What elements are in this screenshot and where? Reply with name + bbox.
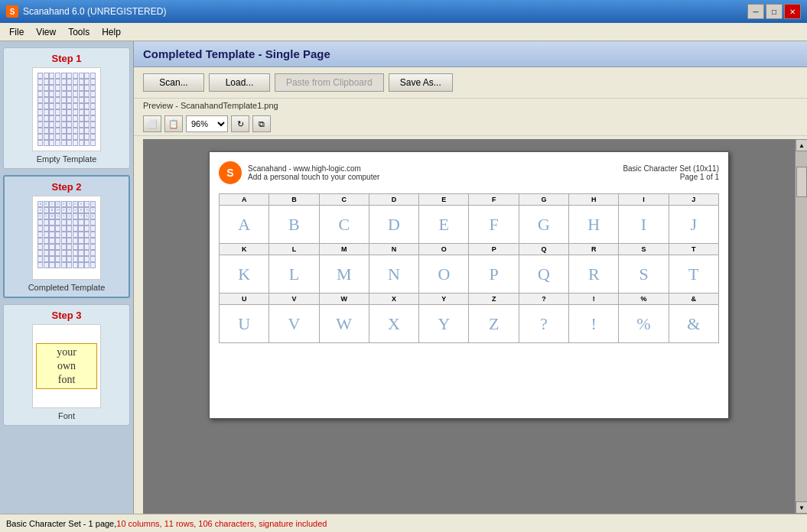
template-cell: [49, 122, 54, 128]
template-cell: [84, 115, 89, 122]
doc-header-right: Basic Character Set (10x11) Page 1 of 1: [623, 164, 719, 181]
template-cell2: O: [61, 207, 67, 213]
template-cell: [73, 128, 78, 134]
template-cell: [90, 97, 96, 103]
char-cell: !: [569, 305, 619, 343]
copy2-button[interactable]: ⧉: [252, 115, 271, 132]
col-header: F: [469, 194, 519, 206]
scroll-up-btn[interactable]: ▲: [796, 139, 807, 151]
template-cell2: V: [44, 213, 49, 219]
template-cell2: [78, 232, 83, 238]
col-header: P: [469, 244, 519, 255]
template-cell: [79, 140, 84, 146]
col-header: ?: [519, 294, 568, 305]
menu-help[interactable]: Help: [96, 25, 127, 39]
zoom-select[interactable]: 96% 50% 75% 100% 125% 150%: [186, 115, 228, 132]
step2-title: Step 2: [51, 181, 81, 193]
template-cell2: [37, 244, 43, 250]
col-header: D: [369, 194, 418, 206]
template-cell2: [55, 232, 60, 238]
template-cell2: I: [84, 201, 89, 207]
menu-file[interactable]: File: [3, 25, 30, 39]
scan-button[interactable]: Scan...: [143, 73, 204, 92]
close-button[interactable]: ✕: [784, 4, 801, 19]
template-cell: [37, 79, 43, 85]
template-cell: [67, 122, 72, 128]
template-cell: [84, 109, 89, 115]
template-cell2: [84, 262, 89, 268]
menu-tools[interactable]: Tools: [62, 25, 96, 39]
doc-header-line2: Add a personal touch to your computer: [248, 173, 379, 181]
template-cell: [61, 140, 67, 146]
paste-icon-btn[interactable]: 📋: [164, 115, 183, 132]
template-cell2: [44, 250, 49, 256]
content-area: Completed Template - Single Page Scan...…: [134, 41, 807, 514]
template-cell2: [78, 238, 83, 244]
preview-scrollbar[interactable]: ▲ ▼: [795, 139, 807, 514]
template-cell: [55, 91, 60, 97]
col-header: X: [369, 294, 418, 305]
step1-title: Step 1: [51, 53, 81, 64]
refresh-button[interactable]: ↻: [231, 115, 249, 132]
scroll-thumb[interactable]: [796, 167, 807, 197]
template-cell: [44, 140, 49, 146]
minimize-button[interactable]: ─: [747, 4, 764, 19]
template-cell: [44, 85, 49, 91]
col-header: T: [669, 244, 718, 255]
char-grid: ABCDEFGHIJABCDEFGHIJKLMNOPQRSTKLMNOPQRST…: [219, 193, 719, 343]
template-cell: [90, 91, 96, 97]
load-button[interactable]: Load...: [209, 73, 270, 92]
template-cell: [84, 134, 89, 140]
doc-header-right1: Basic Character Set (10x11): [623, 164, 719, 173]
char-cell: W: [319, 305, 369, 343]
template-cell2: [49, 250, 54, 256]
col-header: M: [319, 244, 369, 255]
step1-card[interactable]: Step 1 // Will generate cells via JS bel…: [3, 47, 130, 169]
char-cell: O: [419, 255, 469, 294]
template-cell: [37, 122, 43, 128]
col-header: H: [569, 194, 619, 206]
char-cell: Y: [419, 305, 469, 343]
template-cell: [90, 73, 96, 79]
template-cell2: [84, 256, 89, 262]
menu-view[interactable]: View: [30, 25, 62, 39]
template-cell: [44, 91, 49, 97]
template-cell: [44, 109, 49, 115]
template-cell: [84, 79, 89, 85]
saveas-button[interactable]: Save As...: [389, 73, 453, 92]
step2-card[interactable]: Step 2 ABCDEFGHIJKLMNOPQRSTUVWXYZ!?%& Co…: [3, 175, 130, 298]
paste-button[interactable]: Paste from Clipboard: [275, 73, 384, 92]
maximize-button[interactable]: □: [766, 4, 783, 19]
template-cell2: A: [37, 201, 43, 207]
scroll-down-btn[interactable]: ▼: [796, 501, 807, 514]
template-cell2: ?: [78, 213, 83, 219]
template-cell: [79, 91, 84, 97]
template-cell2: [55, 250, 60, 256]
template-cell2: [37, 250, 43, 256]
template-cell2: !: [73, 213, 78, 219]
template-cell2: [55, 262, 60, 268]
char-cell: A: [220, 206, 269, 244]
step3-label: Font: [58, 411, 75, 420]
doc-logo: S: [219, 161, 242, 184]
char-cell: H: [569, 206, 619, 244]
template-cell2: [73, 250, 78, 256]
copy-icon-btn[interactable]: ⬜: [143, 115, 161, 132]
template-cell: [49, 91, 54, 97]
template-cell: [84, 91, 89, 97]
template-cell2: K: [37, 207, 43, 213]
char-cell: Z: [469, 305, 519, 343]
col-header: S: [619, 244, 669, 255]
template-cell: [61, 103, 67, 109]
template-cell2: X: [55, 213, 60, 219]
step3-card[interactable]: Step 3 your own font Font: [3, 304, 130, 426]
doc-page: S Scanahand - www.high-logic.com Add a p…: [209, 151, 729, 419]
template-cell: [67, 73, 72, 79]
main-container: Step 1 // Will generate cells via JS bel…: [0, 41, 807, 514]
app-title: Scanahand 6.0 (UNREGISTERED): [23, 6, 166, 17]
template-cell: [90, 128, 96, 134]
template-cell2: [44, 225, 49, 232]
template-cell: [84, 122, 89, 128]
col-header: K: [220, 244, 269, 255]
doc-preview: S Scanahand - www.high-logic.com Add a p…: [143, 139, 795, 514]
